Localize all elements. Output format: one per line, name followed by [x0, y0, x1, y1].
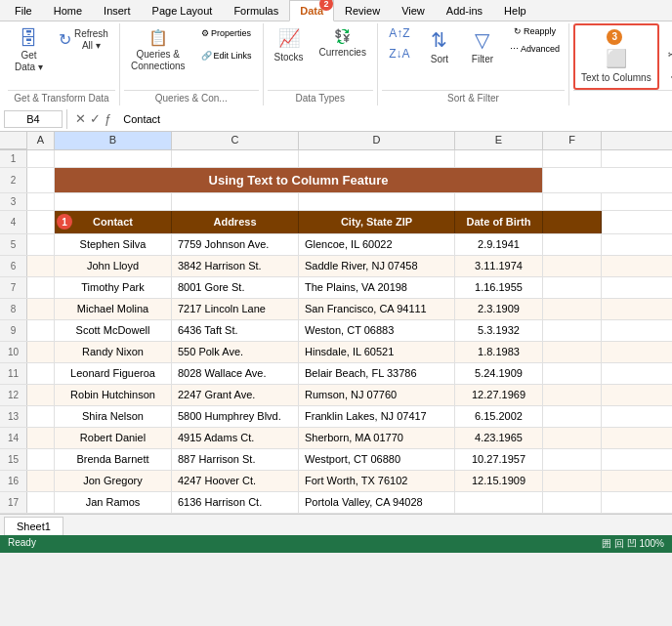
sort-za-button[interactable]: Z↓A: [382, 44, 417, 63]
group-label-get-transform: Get & Transform Data: [8, 90, 115, 105]
table-row: 5 Stephen Silva 7759 Johnson Ave. Glenco…: [0, 234, 672, 256]
formula-input[interactable]: [119, 111, 668, 127]
sort-az-icon: A↑Z: [389, 26, 409, 40]
insert-function-icon[interactable]: ƒ: [105, 111, 111, 126]
sheet-tab-1[interactable]: Sheet1: [4, 517, 63, 535]
table-row: 13 Shira Nelson 5800 Humphrey Blvd. Fran…: [0, 406, 672, 428]
remove-duplicates-button[interactable]: ✂ Remove Dup...: [661, 45, 672, 65]
table-row: 17 Jan Ramos 6136 Harrison Ct. Portola V…: [0, 492, 672, 514]
filter-button[interactable]: ▽ Filter: [462, 23, 503, 70]
link-icon: 🔗: [201, 51, 212, 62]
ribbon-group-get-transform: 🗄 GetData ▾ ↻ RefreshAll ▾ Get & Transfo…: [4, 23, 120, 105]
group-label-data-types: Data Types: [268, 90, 373, 105]
edit-links-button[interactable]: 🔗 Edit Links: [194, 46, 259, 66]
col-header-b[interactable]: B: [55, 132, 172, 149]
tab-review[interactable]: Review: [334, 0, 391, 21]
reapply-button[interactable]: ↻ Reapply: [505, 23, 565, 40]
ribbon-tabs: File Home Insert Page Layout Formulas Da…: [0, 0, 672, 21]
reapply-icon: ↻: [514, 26, 522, 37]
sort-icon: ⇅: [431, 28, 447, 52]
ribbon-content: 🗄 GetData ▾ ↻ RefreshAll ▾ Get & Transfo…: [0, 21, 672, 107]
tab-page-layout[interactable]: Page Layout: [142, 0, 224, 21]
col-header-a[interactable]: A: [27, 132, 55, 149]
text-to-columns-button[interactable]: 3 ⬜ Text to Columns: [573, 23, 659, 90]
table-row: 2 Using Text to Column Feature: [0, 168, 672, 193]
table-row: 4 1 Contact Address City, State ZIP Date…: [0, 211, 672, 234]
col-header-d[interactable]: D: [299, 132, 455, 149]
stocks-icon: 📈: [278, 28, 300, 50]
tab-data[interactable]: Data2: [289, 0, 334, 21]
status-zoom: 囲 回 凹 100%: [602, 537, 664, 551]
tab-insert[interactable]: Insert: [93, 0, 142, 21]
badge-1: 1: [57, 214, 72, 230]
table-row: 16 Jon Gregory 4247 Hoover Ct. Fort Wort…: [0, 471, 672, 492]
table-row: 6 John Lloyd 3842 Harrison St. Saddle Ri…: [0, 256, 672, 277]
cancel-formula-icon[interactable]: ✕: [75, 111, 86, 126]
table-row: 14 Robert Daniel 4915 Adams Ct. Sherborn…: [0, 428, 672, 449]
table-row: 7 Timothy Park 8001 Gore St. The Plains,…: [0, 277, 672, 299]
database-icon: 🗄: [19, 28, 38, 48]
sort-button[interactable]: ⇅ Sort: [419, 23, 460, 70]
tab-help[interactable]: Help: [493, 0, 537, 21]
group-label-data-tools: Data Tools: [573, 90, 672, 105]
badge-3: 3: [607, 29, 622, 45]
tab-view[interactable]: View: [391, 0, 436, 21]
get-data-label: GetData ▾: [15, 50, 43, 73]
status-bar: Ready 囲 回 凹 100%: [0, 535, 672, 553]
queries-icon: 📋: [148, 28, 168, 47]
data-validation-button[interactable]: ✓ Data Validat...: [661, 66, 672, 87]
confirm-formula-icon[interactable]: ✓: [90, 111, 101, 126]
table-row: 8 Michael Molina 7217 Lincoln Lane San F…: [0, 299, 672, 320]
currencies-icon: 💱: [334, 28, 351, 45]
table-row: 15 Brenda Barnett 887 Harrison St. Westp…: [0, 449, 672, 471]
ribbon-group-data-types: 📈 Stocks 💱 Currencies Data Types: [264, 23, 378, 105]
advanced-button[interactable]: ⋯ Advanced: [505, 41, 565, 58]
col-header-c[interactable]: C: [172, 132, 299, 149]
sort-za-icon: Z↓A: [389, 47, 409, 61]
column-headers: A B C D E F: [0, 132, 672, 150]
ribbon-group-data-tools: 3 ⬜ Text to Columns ⚡ Flash Fill ✂ Remov…: [569, 23, 672, 105]
table-row: 9 Scott McDowell 6436 Taft St. Weston, C…: [0, 320, 672, 342]
queries-connections-button[interactable]: 📋 Queries &Connections: [124, 23, 192, 77]
properties-button[interactable]: ⚙ Properties: [194, 23, 259, 44]
col-header-e[interactable]: E: [455, 132, 543, 149]
filter-icon: ▽: [475, 28, 489, 52]
refresh-all-button[interactable]: ↻ RefreshAll ▾: [52, 23, 115, 57]
table-row: 1: [0, 150, 672, 168]
refresh-icon: ↻: [59, 30, 71, 49]
tab-addins[interactable]: Add-ins: [436, 0, 493, 21]
text-to-columns-icon: ⬜: [606, 49, 627, 70]
flash-fill-button[interactable]: ⚡ Flash Fill: [661, 23, 672, 44]
group-label-queries: Queries & Con...: [124, 90, 259, 105]
tab-formulas[interactable]: Formulas: [223, 0, 289, 21]
sheet-tabs: Sheet1: [0, 514, 672, 535]
advanced-icon: ⋯: [510, 44, 519, 55]
props-icon: ⚙: [201, 28, 209, 39]
status-ready: Ready: [8, 537, 36, 551]
table-row: 10 Randy Nixon 550 Polk Ave. Hinsdale, I…: [0, 342, 672, 363]
stocks-button[interactable]: 📈 Stocks: [268, 23, 311, 68]
table-row: 3: [0, 193, 672, 211]
name-box[interactable]: [4, 110, 63, 128]
get-data-button[interactable]: 🗄 GetData ▾: [8, 23, 50, 78]
table-row: 11 Leonard Figueroa 8028 Wallace Ave. Be…: [0, 363, 672, 385]
tab-home[interactable]: Home: [43, 0, 93, 21]
app-container: File Home Insert Page Layout Formulas Da…: [0, 0, 672, 553]
tab-file[interactable]: File: [4, 0, 43, 21]
formula-bar: ✕ ✓ ƒ: [0, 107, 672, 132]
spreadsheet: A B C D E F 1 2 Using Text to Column Fea…: [0, 132, 672, 514]
ribbon-group-queries: 📋 Queries &Connections ⚙ Properties 🔗 Ed…: [120, 23, 264, 105]
col-header-f[interactable]: F: [543, 132, 602, 149]
group-label-sort-filter: Sort & Filter: [382, 90, 565, 105]
sort-az-button[interactable]: A↑Z: [382, 23, 417, 43]
ribbon-group-sort-filter: A↑Z Z↓A ⇅ Sort ▽ Filter ↻: [378, 23, 569, 105]
remove-dup-icon: ✂: [668, 50, 672, 61]
currencies-button[interactable]: 💱 Currencies: [313, 23, 373, 63]
table-row: 12 Robin Hutchinson 2247 Grant Ave. Rums…: [0, 385, 672, 406]
